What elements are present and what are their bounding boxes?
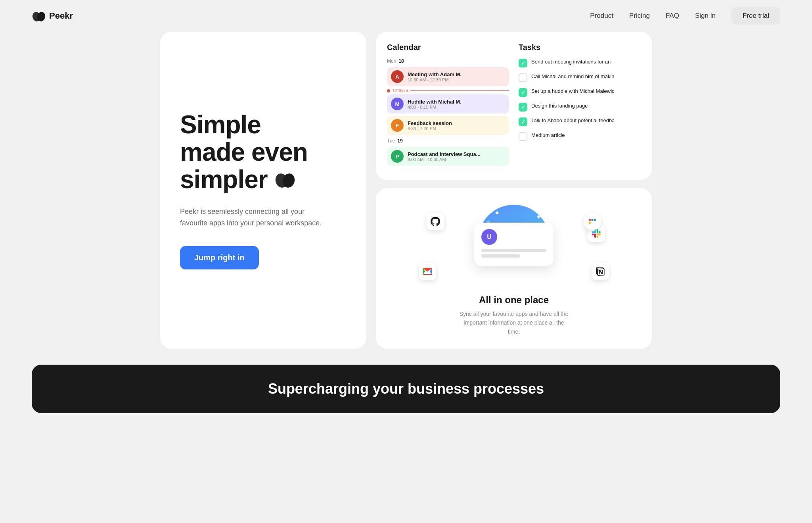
task-checkbox-5[interactable] [519,132,527,141]
hero-title-line1: Simple [180,110,261,139]
day-label-tue: Tue [387,138,395,144]
event-name-adam: Meeting with Adam M. [408,71,505,77]
center-line-1 [481,249,546,252]
task-text-5: Medium article [531,132,565,139]
logo[interactable]: Peekr [32,9,73,23]
event-avatar-podcast: P [391,150,404,163]
task-checkbox-3[interactable] [519,103,527,112]
event-feedback[interactable]: F Feedback session 6:30 - 7:20 PM [387,116,509,135]
task-text-2: Set up a huddle with Michal Malewic [531,88,615,95]
center-line-2 [481,254,520,258]
day-header-mon: Mon 18 [387,58,509,64]
nav-signin[interactable]: Sign in [695,12,716,20]
time-dot [387,89,390,92]
cta-button[interactable]: Jump right in [180,246,259,269]
center-profile-card: U [474,223,553,266]
event-avatar-michal: M [391,98,404,110]
time-line [410,90,509,91]
logo-text: Peekr [49,11,73,21]
tasks-title: Tasks [519,43,641,52]
nav-faq[interactable]: FAQ [666,12,679,20]
time-indicator: 12:15pm [387,88,509,93]
notion-icon [592,263,609,280]
calendar-day-tue: Tue 19 P Podcast and interview Squa... 9… [387,138,509,166]
task-item-1: Call Michal and remind him of makin [519,73,641,82]
svg-point-5 [589,219,591,221]
event-name-podcast: Podcast and interview Squa... [408,151,505,157]
day-num-tue: 19 [397,138,402,144]
hero-title-line2: made even [180,138,308,166]
svg-point-7 [594,219,596,221]
time-label: 12:15pm [393,88,408,93]
main-content: Simple made even simpler Peekr is seemle… [128,32,684,365]
github-icon [427,213,444,230]
hero-card: Simple made even simpler Peekr is seemle… [160,32,366,349]
gmail-icon [419,263,436,280]
banner-text: Supercharging your business processes [268,381,544,397]
event-time-feedback: 6:30 - 7:20 PM [408,126,505,131]
event-time-podcast: 9:00 AM - 10:30 AM [408,157,505,162]
svg-point-8 [589,222,591,224]
free-trial-button[interactable]: Free trial [732,7,780,25]
task-checkbox-4[interactable] [519,117,527,126]
right-column: Calendar Mon 18 A Meeting with Adam M. 1… [376,32,652,349]
day-num-mon: 18 [398,58,404,64]
event-time-michal: 4:00 - 6:15 PM [408,105,505,110]
hero-subtitle: Peekr is seemlessly connecting all your … [180,206,323,229]
event-info-adam: Meeting with Adam M. 10:30 AM - 12:30 PM [408,71,505,82]
task-checkbox-1[interactable] [519,73,527,82]
event-avatar-feedback: F [391,119,404,132]
task-item-2: Set up a huddle with Michal Malewic [519,88,641,97]
sparkle-2: ✦ [494,209,500,217]
hero-title: Simple made even simpler [180,111,347,195]
sparkle-1: ✦ [536,213,542,221]
calendar-widget: Calendar Mon 18 A Meeting with Adam M. 1… [387,43,509,169]
top-widgets-card: Calendar Mon 18 A Meeting with Adam M. 1… [376,32,652,180]
event-name-feedback: Feedback session [408,120,505,126]
app-dots-icon [584,213,601,230]
tasks-widget: Tasks Send out meeting invitations for a… [519,43,641,169]
day-header-tue: Tue 19 [387,138,509,144]
task-checkbox-0[interactable] [519,59,527,67]
hero-emoji [274,168,296,194]
event-adam[interactable]: A Meeting with Adam M. 10:30 AM - 12:30 … [387,67,509,86]
event-podcast[interactable]: P Podcast and interview Squa... 9:00 AM … [387,147,509,166]
event-info-feedback: Feedback session 6:30 - 7:20 PM [408,120,505,131]
calendar-day-mon: Mon 18 A Meeting with Adam M. 10:30 AM -… [387,58,509,135]
navbar: Peekr Product Pricing FAQ Sign in Free t… [0,0,812,32]
day-label-mon: Mon [387,58,396,64]
integration-card: ✦ ✦ ✧ U [376,188,652,349]
task-item-3: Design this landing page [519,102,641,112]
event-time-adam: 10:30 AM - 12:30 PM [408,77,505,82]
task-text-4: Talk to Abdoo about potential feedba [531,117,615,124]
task-text-1: Call Michal and remind him of makin [531,73,615,80]
integration-title: All in one place [479,294,549,306]
nav-links: Product Pricing FAQ Sign in Free trial [590,7,780,25]
task-checkbox-2[interactable] [519,88,527,97]
task-item-5: Medium article [519,132,641,141]
center-avatar: U [481,229,497,245]
task-text-3: Design this landing page [531,102,588,110]
event-name-michal: Huddle with Michal M. [408,99,505,105]
integration-subtitle: Sync all your favourite apps and have al… [458,310,569,336]
event-info-podcast: Podcast and interview Squa... 9:00 AM - … [408,151,505,162]
integration-visual: ✦ ✦ ✧ U [387,201,641,288]
bottom-banner: Supercharging your business processes [32,365,780,413]
calendar-title: Calendar [387,43,509,52]
svg-point-6 [591,219,594,221]
nav-pricing[interactable]: Pricing [629,12,650,20]
task-text-0: Send out meeting invitations for an [531,58,611,65]
event-michal[interactable]: M Huddle with Michal M. 4:00 - 6:15 PM [387,94,509,113]
task-item-0: Send out meeting invitations for an [519,58,641,67]
hero-title-line3: simpler [180,165,268,194]
task-item-4: Talk to Abdoo about potential feedba [519,117,641,126]
nav-product[interactable]: Product [590,12,613,20]
event-info-michal: Huddle with Michal M. 4:00 - 6:15 PM [408,99,505,110]
logo-icon [32,9,46,23]
event-avatar-adam: A [391,70,404,83]
